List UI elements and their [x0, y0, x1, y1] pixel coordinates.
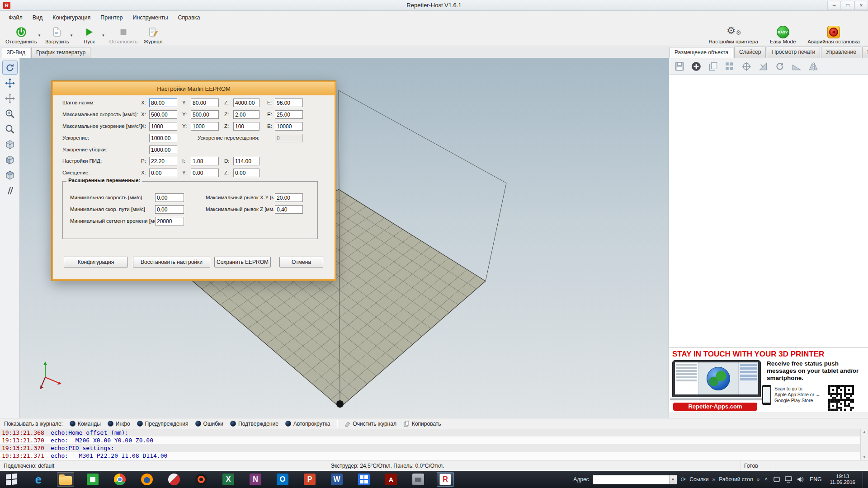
toggle-warnings[interactable]: Предупреждения	[137, 421, 189, 427]
jerk-xy-input[interactable]	[275, 193, 303, 202]
zoom-in-tool[interactable]	[2, 107, 18, 121]
tab-object-placement[interactable]: Размещение объекта	[670, 47, 733, 58]
load-button[interactable]: Загрузить ▾	[43, 24, 75, 46]
taskbar-store-icon[interactable]	[84, 472, 101, 487]
volume-icon[interactable]	[796, 476, 804, 483]
min-speed-input[interactable]	[155, 193, 184, 202]
taskbar-acrobat-icon[interactable]: A	[382, 472, 400, 487]
close-button[interactable]: ×	[854, 1, 868, 10]
taskbar-browser-icon[interactable]	[193, 472, 210, 487]
min-segment-input[interactable]	[155, 217, 184, 225]
taskbar-aimp-icon[interactable]	[165, 472, 183, 487]
add-object-icon[interactable]	[690, 61, 702, 72]
links-chevron-icon[interactable]: »	[712, 476, 716, 483]
tab-temp-graph[interactable]: График температур	[31, 47, 90, 58]
show-desktop-button[interactable]	[863, 471, 866, 488]
toggle-info[interactable]: Инфо	[108, 421, 130, 427]
taskbar-outlook-icon[interactable]: O	[274, 472, 291, 487]
max-speed-e-input[interactable]	[275, 110, 303, 119]
run-button[interactable]: Пуск ▾	[75, 24, 108, 46]
taskbar-explorer-icon[interactable]	[57, 472, 74, 487]
retract-accel-input[interactable]	[149, 145, 177, 154]
menu-printer[interactable]: Принтер	[95, 12, 127, 23]
move-viewpoint-tool[interactable]	[2, 91, 18, 105]
max-accel-e-input[interactable]	[275, 122, 303, 131]
dropdown-arrow-icon[interactable]: ▾	[69, 33, 74, 38]
offset-z-input[interactable]	[233, 169, 259, 177]
tab-control[interactable]: Управление	[821, 47, 861, 58]
restore-settings-button[interactable]: Восстановить настройки	[133, 257, 210, 267]
menu-file[interactable]: Файл	[4, 12, 28, 23]
max-speed-x-input[interactable]	[149, 110, 177, 119]
isometric-view-tool[interactable]	[2, 137, 18, 151]
address-go-icon[interactable]: ⟳	[681, 476, 686, 483]
address-dropdown-icon[interactable]: ▾	[669, 475, 677, 484]
log-button[interactable]: Журнал	[140, 24, 167, 46]
offset-x-input[interactable]	[149, 169, 177, 177]
zoom-fit-tool[interactable]	[2, 122, 18, 136]
pid-p-input[interactable]	[149, 157, 177, 165]
repetier-apps-banner[interactable]: Repetier-Apps.com	[673, 403, 757, 411]
desktop-chevron-icon[interactable]: »	[757, 476, 760, 483]
easy-mode-button[interactable]: EASY Easy Mode	[768, 24, 798, 46]
rotate-view-tool[interactable]	[2, 61, 18, 75]
printer-settings-button[interactable]: ⚙⚙ Настройки принтера	[707, 24, 760, 46]
start-button[interactable]	[3, 472, 20, 487]
pid-d-input[interactable]	[233, 157, 259, 165]
tray-expand-icon[interactable]: ˄	[763, 476, 769, 483]
maximize-button[interactable]: □	[841, 1, 854, 10]
menu-config[interactable]: Конфигурация	[47, 12, 95, 23]
scroll-up-icon[interactable]: ▲	[863, 430, 866, 434]
jerk-z-input[interactable]	[275, 205, 303, 214]
max-speed-y-input[interactable]	[191, 110, 219, 119]
tab-sd-card[interactable]: SD-карта	[862, 47, 868, 58]
taskbar-firefox-icon[interactable]	[138, 472, 156, 487]
taskbar-clock[interactable]: 19:13 11.06.2016	[827, 474, 858, 485]
object-list[interactable]	[669, 75, 868, 347]
rotate-object-icon[interactable]	[774, 61, 786, 72]
min-travel-input[interactable]	[155, 205, 184, 214]
toggle-errors[interactable]: Ошибки	[195, 421, 224, 427]
taskbar-onenote-icon[interactable]: N	[247, 472, 264, 487]
cancel-button[interactable]: Отмена	[279, 257, 323, 267]
toggle-ack[interactable]: Подтверждение	[230, 421, 278, 427]
action-center-icon[interactable]	[773, 476, 781, 483]
dropdown-arrow-icon[interactable]: ▾	[101, 33, 106, 38]
address-input[interactable]	[593, 475, 669, 484]
center-object-icon[interactable]	[741, 61, 752, 72]
pid-i-input[interactable]	[191, 157, 219, 165]
language-indicator[interactable]: ENG	[808, 476, 823, 483]
taskbar-office-icon[interactable]	[355, 472, 373, 487]
menu-help[interactable]: Справка	[173, 12, 205, 23]
lay-flat-icon[interactable]	[791, 61, 802, 72]
top-view-tool[interactable]	[2, 168, 18, 182]
scale-object-icon[interactable]	[757, 61, 769, 72]
tab-slicer[interactable]: Слайсер	[734, 47, 766, 58]
copy-object-icon[interactable]	[707, 61, 719, 72]
max-speed-z-input[interactable]	[233, 110, 259, 119]
links-toolbar-label[interactable]: Ссылки	[689, 476, 708, 483]
autoposition-icon[interactable]	[724, 61, 736, 72]
steps-e-input[interactable]	[275, 99, 303, 107]
scroll-down-icon[interactable]: ▼	[863, 455, 866, 459]
copy-log-button[interactable]: Копировать	[403, 421, 441, 427]
toggle-autoscroll[interactable]: Автопрокрутка	[285, 421, 330, 427]
dropdown-arrow-icon[interactable]: ▾	[37, 33, 42, 38]
tab-3d-view[interactable]: 3D-Вид	[2, 47, 30, 58]
disconnect-button[interactable]: Отсоединить ▾	[4, 24, 43, 46]
taskbar-repetier-icon[interactable]: R	[437, 472, 454, 487]
parallel-projection-tool[interactable]	[2, 183, 18, 197]
emergency-stop-button[interactable]: × Аварийная остановка	[806, 24, 862, 46]
max-accel-z-input[interactable]	[233, 122, 259, 131]
steps-z-input[interactable]	[233, 99, 259, 107]
ad-panel[interactable]: STAY IN TOUCH WITH YOUR 3D PRINTER Repet…	[669, 347, 868, 412]
taskbar-powerpoint-icon[interactable]: P	[301, 472, 318, 487]
save-object-icon[interactable]	[674, 61, 685, 72]
max-accel-x-input[interactable]	[149, 122, 177, 131]
save-eeprom-button[interactable]: Сохранить EEPROM	[214, 257, 271, 267]
steps-y-input[interactable]	[191, 99, 219, 107]
offset-y-input[interactable]	[191, 169, 219, 177]
menu-view[interactable]: Вид	[28, 12, 48, 23]
minimize-button[interactable]: –	[827, 1, 841, 10]
log-scrollbar[interactable]: ▲ ▼	[860, 429, 868, 460]
